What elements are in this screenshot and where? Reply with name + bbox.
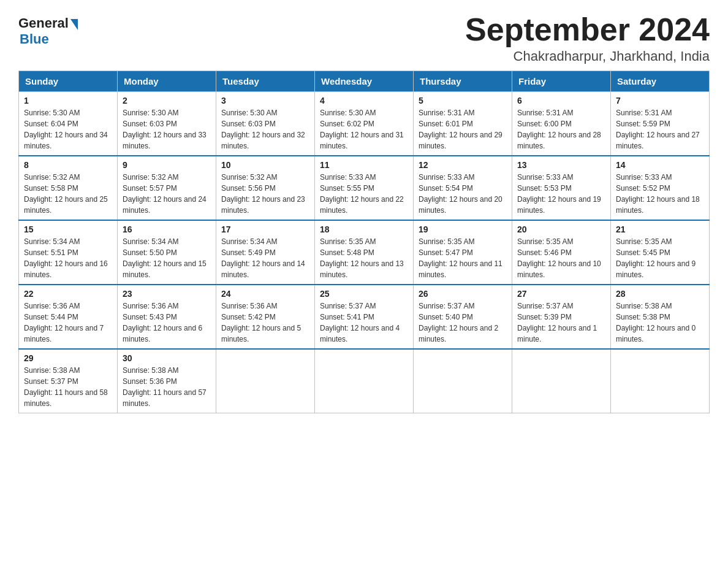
day-number: 9	[123, 160, 211, 170]
day-number: 16	[123, 224, 211, 234]
day-number: 5	[419, 96, 507, 105]
calendar-table: SundayMondayTuesdayWednesdayThursdayFrid…	[18, 71, 710, 413]
day-info: Sunrise: 5:37 AMSunset: 5:41 PMDaylight:…	[320, 301, 408, 345]
day-info: Sunrise: 5:30 AMSunset: 6:04 PMDaylight:…	[24, 107, 112, 151]
calendar-cell: 19Sunrise: 5:35 AMSunset: 5:47 PMDayligh…	[414, 220, 512, 285]
day-info: Sunrise: 5:35 AMSunset: 5:46 PMDaylight:…	[517, 236, 605, 280]
calendar-cell: 3Sunrise: 5:30 AMSunset: 6:03 PMDaylight…	[216, 92, 315, 156]
page-header: General Blue September 2024 Chakradharpu…	[18, 12, 710, 64]
calendar-cell: 22Sunrise: 5:36 AMSunset: 5:44 PMDayligh…	[19, 285, 118, 349]
day-info: Sunrise: 5:30 AMSunset: 6:02 PMDaylight:…	[320, 107, 408, 151]
logo-triangle-icon	[70, 19, 78, 30]
day-number: 3	[221, 96, 309, 105]
day-number: 18	[320, 224, 408, 234]
day-number: 29	[24, 353, 112, 363]
day-info: Sunrise: 5:37 AMSunset: 5:39 PMDaylight:…	[517, 301, 605, 345]
day-info: Sunrise: 5:36 AMSunset: 5:44 PMDaylight:…	[24, 301, 112, 345]
calendar-cell: 9Sunrise: 5:32 AMSunset: 5:57 PMDaylight…	[118, 156, 216, 220]
calendar-week-row: 15Sunrise: 5:34 AMSunset: 5:51 PMDayligh…	[19, 220, 710, 285]
day-number: 14	[616, 160, 704, 170]
day-number: 8	[24, 160, 112, 170]
weekday-header-saturday: Saturday	[611, 71, 710, 92]
day-info: Sunrise: 5:30 AMSunset: 6:03 PMDaylight:…	[123, 107, 211, 151]
weekday-header-row: SundayMondayTuesdayWednesdayThursdayFrid…	[19, 71, 710, 92]
day-info: Sunrise: 5:31 AMSunset: 6:01 PMDaylight:…	[419, 107, 507, 151]
calendar-cell: 16Sunrise: 5:34 AMSunset: 5:50 PMDayligh…	[118, 220, 216, 285]
day-number: 23	[123, 289, 211, 299]
calendar-cell: 17Sunrise: 5:34 AMSunset: 5:49 PMDayligh…	[216, 220, 315, 285]
day-info: Sunrise: 5:38 AMSunset: 5:37 PMDaylight:…	[24, 365, 112, 409]
calendar-cell: 1Sunrise: 5:30 AMSunset: 6:04 PMDaylight…	[19, 92, 118, 156]
calendar-cell	[216, 349, 315, 413]
logo-blue-text: Blue	[18, 31, 49, 47]
day-info: Sunrise: 5:33 AMSunset: 5:53 PMDaylight:…	[517, 172, 605, 216]
day-info: Sunrise: 5:34 AMSunset: 5:51 PMDaylight:…	[24, 236, 112, 280]
weekday-header-tuesday: Tuesday	[216, 71, 315, 92]
logo: General Blue	[18, 15, 78, 47]
day-number: 24	[221, 289, 309, 299]
day-info: Sunrise: 5:33 AMSunset: 5:54 PMDaylight:…	[419, 172, 507, 216]
weekday-header-wednesday: Wednesday	[315, 71, 414, 92]
day-info: Sunrise: 5:32 AMSunset: 5:56 PMDaylight:…	[221, 172, 309, 216]
logo-general-word: General	[18, 15, 69, 31]
calendar-cell: 24Sunrise: 5:36 AMSunset: 5:42 PMDayligh…	[216, 285, 315, 349]
calendar-cell	[414, 349, 512, 413]
calendar-cell	[315, 349, 414, 413]
day-number: 19	[419, 224, 507, 234]
location-subtitle: Chakradharpur, Jharkhand, India	[465, 48, 710, 64]
calendar-week-row: 8Sunrise: 5:32 AMSunset: 5:58 PMDaylight…	[19, 156, 710, 220]
calendar-cell: 21Sunrise: 5:35 AMSunset: 5:45 PMDayligh…	[611, 220, 710, 285]
day-number: 21	[616, 224, 704, 234]
weekday-header-monday: Monday	[118, 71, 216, 92]
calendar-cell: 6Sunrise: 5:31 AMSunset: 6:00 PMDaylight…	[512, 92, 611, 156]
calendar-cell: 4Sunrise: 5:30 AMSunset: 6:02 PMDaylight…	[315, 92, 414, 156]
calendar-cell: 7Sunrise: 5:31 AMSunset: 5:59 PMDaylight…	[611, 92, 710, 156]
day-info: Sunrise: 5:35 AMSunset: 5:45 PMDaylight:…	[616, 236, 704, 280]
day-info: Sunrise: 5:30 AMSunset: 6:03 PMDaylight:…	[221, 107, 309, 151]
day-number: 6	[517, 96, 605, 105]
calendar-cell: 23Sunrise: 5:36 AMSunset: 5:43 PMDayligh…	[118, 285, 216, 349]
logo-general-text: General	[18, 15, 78, 31]
day-info: Sunrise: 5:31 AMSunset: 5:59 PMDaylight:…	[616, 107, 704, 151]
day-number: 26	[419, 289, 507, 299]
day-number: 1	[24, 96, 112, 105]
calendar-cell: 26Sunrise: 5:37 AMSunset: 5:40 PMDayligh…	[414, 285, 512, 349]
day-info: Sunrise: 5:33 AMSunset: 5:55 PMDaylight:…	[320, 172, 408, 216]
calendar-cell: 18Sunrise: 5:35 AMSunset: 5:48 PMDayligh…	[315, 220, 414, 285]
weekday-header-sunday: Sunday	[19, 71, 118, 92]
calendar-week-row: 1Sunrise: 5:30 AMSunset: 6:04 PMDaylight…	[19, 92, 710, 156]
day-info: Sunrise: 5:36 AMSunset: 5:42 PMDaylight:…	[221, 301, 309, 345]
day-info: Sunrise: 5:37 AMSunset: 5:40 PMDaylight:…	[419, 301, 507, 345]
calendar-cell: 13Sunrise: 5:33 AMSunset: 5:53 PMDayligh…	[512, 156, 611, 220]
day-info: Sunrise: 5:35 AMSunset: 5:48 PMDaylight:…	[320, 236, 408, 280]
day-info: Sunrise: 5:33 AMSunset: 5:52 PMDaylight:…	[616, 172, 704, 216]
calendar-cell: 10Sunrise: 5:32 AMSunset: 5:56 PMDayligh…	[216, 156, 315, 220]
day-number: 28	[616, 289, 704, 299]
weekday-header-friday: Friday	[512, 71, 611, 92]
day-info: Sunrise: 5:34 AMSunset: 5:49 PMDaylight:…	[221, 236, 309, 280]
day-number: 27	[517, 289, 605, 299]
title-block: September 2024 Chakradharpur, Jharkhand,…	[465, 12, 710, 64]
calendar-cell: 11Sunrise: 5:33 AMSunset: 5:55 PMDayligh…	[315, 156, 414, 220]
month-year-title: September 2024	[465, 12, 710, 47]
day-info: Sunrise: 5:32 AMSunset: 5:58 PMDaylight:…	[24, 172, 112, 216]
calendar-cell: 14Sunrise: 5:33 AMSunset: 5:52 PMDayligh…	[611, 156, 710, 220]
calendar-cell: 30Sunrise: 5:38 AMSunset: 5:36 PMDayligh…	[118, 349, 216, 413]
day-number: 20	[517, 224, 605, 234]
day-number: 11	[320, 160, 408, 170]
day-number: 7	[616, 96, 704, 105]
day-info: Sunrise: 5:32 AMSunset: 5:57 PMDaylight:…	[123, 172, 211, 216]
calendar-cell: 20Sunrise: 5:35 AMSunset: 5:46 PMDayligh…	[512, 220, 611, 285]
weekday-header-thursday: Thursday	[414, 71, 512, 92]
day-number: 15	[24, 224, 112, 234]
day-number: 25	[320, 289, 408, 299]
day-info: Sunrise: 5:34 AMSunset: 5:50 PMDaylight:…	[123, 236, 211, 280]
day-number: 17	[221, 224, 309, 234]
calendar-cell: 5Sunrise: 5:31 AMSunset: 6:01 PMDaylight…	[414, 92, 512, 156]
day-info: Sunrise: 5:38 AMSunset: 5:36 PMDaylight:…	[123, 365, 211, 409]
day-number: 12	[419, 160, 507, 170]
calendar-cell: 27Sunrise: 5:37 AMSunset: 5:39 PMDayligh…	[512, 285, 611, 349]
calendar-cell: 28Sunrise: 5:38 AMSunset: 5:38 PMDayligh…	[611, 285, 710, 349]
day-number: 4	[320, 96, 408, 105]
day-info: Sunrise: 5:31 AMSunset: 6:00 PMDaylight:…	[517, 107, 605, 151]
